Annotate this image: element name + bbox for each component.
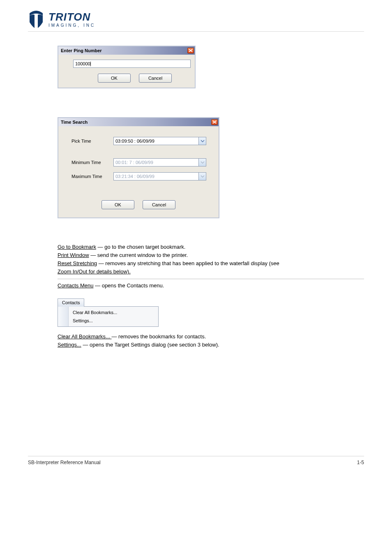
chevron-down-icon <box>198 173 206 180</box>
settings-link: Settings... <box>58 342 81 348</box>
logo-subtitle: IMAGING, INC <box>48 23 95 28</box>
divider <box>58 279 364 279</box>
zoom-inout-text: Zoom In/Out for details below). <box>58 268 131 275</box>
min-time-combo: 00:01: 7 : 06/09/99 <box>113 158 206 166</box>
clear-bookmarks-link: Clear All Bookmarks... <box>58 333 112 340</box>
min-time-value: 00:01: 7 : 06/09/99 <box>114 160 198 165</box>
footer-right: 1-5 <box>357 460 364 465</box>
logo-brand: TRITON <box>48 12 95 22</box>
pick-time-combo[interactable]: 03:09:50 : 06/09/99 <box>113 137 206 145</box>
ok-button[interactable]: OK <box>101 200 134 209</box>
contacts-tab[interactable]: Contacts <box>58 298 84 307</box>
max-time-label: Maximum Time <box>71 174 113 179</box>
chevron-down-icon[interactable] <box>198 137 206 145</box>
logo-mark-icon <box>28 10 44 29</box>
ok-button[interactable]: OK <box>98 74 131 83</box>
ping-number-input[interactable]: 100000 <box>73 60 191 68</box>
cancel-button[interactable]: Cancel <box>143 200 175 209</box>
body-text-2: Clear All Bookmarks... — removes the boo… <box>58 333 364 349</box>
time-search-dialog: Time Search Pick Time 03:09:50 : 06/09/9… <box>58 117 219 218</box>
enter-ping-dialog: Enter Ping Number 100000 OK Cancel <box>58 46 196 88</box>
page-header: TRITON IMAGING, INC <box>28 10 364 32</box>
footer-left: SB-Interpreter Reference Manual <box>28 460 101 465</box>
min-time-label: Minimum Time <box>71 160 113 165</box>
chevron-down-icon <box>198 159 206 166</box>
dialog-titlebar[interactable]: Time Search <box>58 118 219 126</box>
clear-all-bookmarks-item[interactable]: Clear All Bookmarks... <box>69 308 158 317</box>
menu-gutter <box>58 307 69 326</box>
dialog-title: Time Search <box>61 120 88 125</box>
page-footer: SB-Interpreter Reference Manual 1-5 <box>28 456 364 465</box>
body-text: Go to Bookmark — go to the chosen target… <box>58 243 364 276</box>
pick-time-value: 03:09:50 : 06/09/99 <box>114 139 198 143</box>
ping-number-value: 100000 <box>75 61 90 66</box>
close-icon[interactable] <box>187 48 194 53</box>
max-time-value: 03:21:34 : 06/09/99 <box>114 174 198 179</box>
reset-stretching-link: Reset Stretching <box>58 260 97 266</box>
logo: TRITON IMAGING, INC <box>28 10 95 29</box>
goto-bookmark-link: Go to Bookmark <box>58 244 96 250</box>
cancel-button[interactable]: Cancel <box>139 74 172 83</box>
dialog-title: Enter Ping Number <box>61 48 102 53</box>
print-window-link: Print Window <box>58 252 89 258</box>
pick-time-label: Pick Time <box>71 139 113 143</box>
dialog-titlebar[interactable]: Enter Ping Number <box>58 46 195 55</box>
contacts-menu-link: Contacts Menu <box>58 282 93 289</box>
settings-item[interactable]: Settings... <box>69 317 158 325</box>
max-time-combo: 03:21:34 : 06/09/99 <box>113 172 206 180</box>
contacts-menu: Contacts Clear All Bookmarks... Settings… <box>58 298 364 327</box>
close-icon[interactable] <box>211 119 218 125</box>
